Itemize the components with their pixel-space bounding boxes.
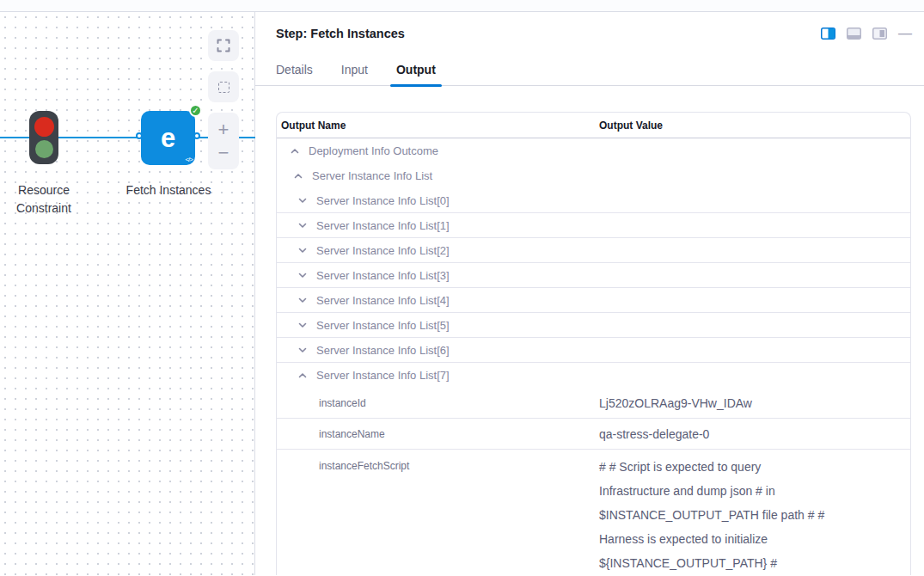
chevron-up-icon	[290, 146, 300, 156]
node-label-fetch-instances: Fetch Instances	[100, 181, 237, 199]
tree-row[interactable]: Server Instance Info List[0]	[277, 188, 910, 213]
tree-row[interactable]: Server Instance Info List[6]	[277, 338, 910, 363]
tree-row-label: Server Instance Info List[5]	[316, 319, 450, 332]
output-kv-row: instanceIdLj520zOLRAag9-VHw_IDAw	[277, 388, 910, 419]
zoom-in-button[interactable]: +	[218, 120, 229, 139]
panel-view-controls: —	[821, 26, 912, 41]
output-key: instanceFetchScript	[281, 455, 599, 472]
main-layout: Resource Constraint e </> ✓ Fetch Instan…	[0, 12, 924, 575]
column-output-name: Output Name	[281, 119, 599, 132]
tree-row[interactable]: Server Instance Info List[2]	[277, 238, 910, 263]
split-right-view-button[interactable]	[821, 28, 835, 40]
output-value: # # Script is expected to queryInfrastru…	[599, 455, 910, 575]
output-table-rows: Deployment Info OutcomeServer Instance I…	[277, 138, 910, 575]
step-details-panel: Step: Fetch Instances	[255, 12, 924, 575]
tree-row[interactable]: Server Instance Info List	[277, 163, 910, 188]
output-key: instanceName	[281, 428, 599, 440]
tree-row-label: Server Instance Info List[2]	[316, 244, 450, 257]
tree-row-label: Server Instance Info List[6]	[316, 344, 450, 357]
select-area-icon	[218, 82, 229, 93]
bottom-view-button[interactable]	[847, 28, 861, 40]
output-value-line: qa-stress-delegate-0	[599, 427, 910, 441]
output-key: instanceId	[281, 397, 599, 409]
tree-row[interactable]: Server Instance Info List[3]	[277, 263, 910, 288]
right-drawer-view-button[interactable]	[872, 28, 887, 40]
canvas-zoom-control: + −	[208, 113, 239, 169]
node-port-right	[193, 132, 200, 139]
tree-row-label: Server Instance Info List[4]	[316, 294, 450, 307]
tree-row[interactable]: Server Instance Info List[1]	[277, 213, 910, 238]
code-step-icon: </>	[185, 156, 193, 163]
tree-row-label: Deployment Info Outcome	[309, 144, 438, 157]
chevron-down-icon	[297, 320, 308, 330]
tab-details[interactable]: Details	[276, 63, 313, 85]
output-value-line: ${INSTANCE_OUTPUT_PATH} #	[599, 551, 910, 575]
panel-header: Step: Fetch Instances	[255, 12, 924, 41]
tree-row-label: Server Instance Info List[0]	[316, 194, 450, 207]
chevron-down-icon	[297, 295, 308, 305]
tab-input[interactable]: Input	[341, 63, 368, 85]
canvas-fullscreen-button[interactable]	[208, 30, 239, 61]
output-table-header: Output Name Output Value	[277, 113, 910, 138]
tree-row[interactable]: Server Instance Info List[4]	[277, 288, 910, 313]
tree-row-label: Server Instance Info List[7]	[316, 369, 450, 382]
tree-row[interactable]: Server Instance Info List[7]	[277, 363, 910, 388]
output-kv-row: instanceNameqa-stress-delegate-0	[277, 419, 910, 450]
output-value-line: Lj520zOLRAag9-VHw_IDAw	[599, 396, 910, 410]
minimize-button[interactable]: —	[898, 26, 912, 41]
tree-row-label: Server Instance Info List[1]	[316, 219, 450, 232]
tree-row[interactable]: Server Instance Info List[5]	[277, 313, 910, 338]
node-resource-constraint[interactable]	[29, 111, 58, 164]
output-value-line: $INSTANCE_OUTPUT_PATH file path # #	[599, 503, 910, 527]
chevron-down-icon	[297, 220, 308, 230]
column-output-value: Output Value	[599, 119, 910, 132]
output-kv-row: instanceFetchScript# # Script is expecte…	[277, 450, 910, 575]
node-label-resource-constraint: Resource Constraint	[0, 181, 88, 218]
output-table-card: Output Name Output Value Deployment Info…	[276, 112, 911, 575]
top-bar	[0, 0, 924, 12]
output-value-line: Harness is expected to initialize	[599, 527, 910, 551]
bottom-view-icon	[847, 28, 861, 40]
output-value: Lj520zOLRAag9-VHw_IDAw	[599, 396, 910, 410]
tree-row-label: Server Instance Info List	[312, 169, 432, 182]
zoom-out-button[interactable]: −	[218, 144, 229, 162]
traffic-light-red-icon	[34, 117, 54, 137]
tree-row[interactable]: Deployment Info Outcome	[277, 138, 910, 163]
output-value-line: # # Script is expected to query	[599, 455, 910, 479]
node-fetch-instances[interactable]: e </> ✓	[141, 111, 195, 165]
node-port-left	[136, 132, 143, 139]
chevron-up-icon	[293, 171, 303, 181]
pipeline-canvas[interactable]: Resource Constraint e </> ✓ Fetch Instan…	[0, 12, 255, 575]
fullscreen-icon	[217, 39, 230, 52]
tab-output[interactable]: Output	[396, 63, 436, 85]
right-drawer-view-icon	[872, 28, 887, 40]
step-tabs: DetailsInputOutput	[255, 63, 924, 86]
step-title: Step: Fetch Instances	[276, 27, 821, 40]
chevron-down-icon	[297, 195, 308, 205]
traffic-light-green-icon	[35, 140, 53, 158]
chevron-down-icon	[297, 270, 308, 280]
output-value-line: Infrastructure and dump json # in	[599, 479, 910, 503]
split-right-view-icon	[821, 28, 835, 40]
output-value: qa-stress-delegate-0	[599, 427, 910, 441]
canvas-select-area-button[interactable]	[208, 71, 239, 102]
chevron-down-icon	[297, 245, 308, 255]
chevron-down-icon	[297, 345, 308, 355]
chevron-up-icon	[297, 371, 308, 381]
tree-row-label: Server Instance Info List[3]	[316, 269, 450, 282]
success-check-icon: ✓	[189, 104, 202, 117]
